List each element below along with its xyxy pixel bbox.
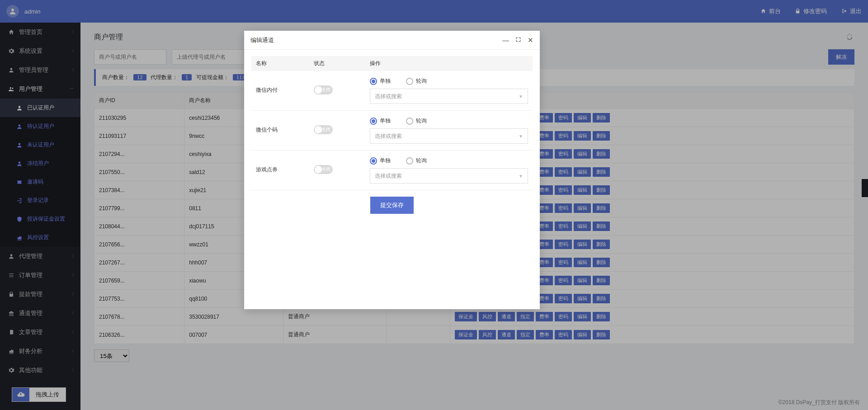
modal-mask[interactable] <box>0 0 868 23</box>
